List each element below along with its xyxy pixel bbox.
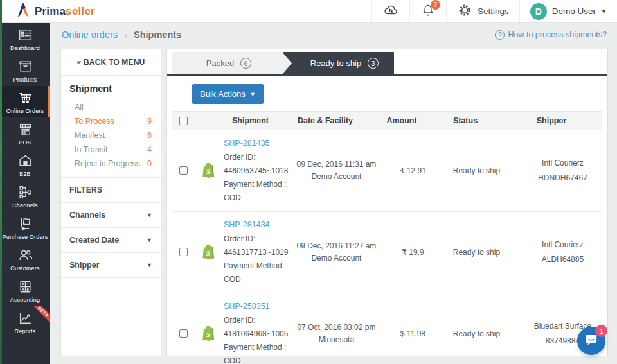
chevron-down-icon: ▼ bbox=[250, 91, 256, 98]
shipment-link[interactable]: SHP-281435 bbox=[224, 139, 270, 148]
col-status: Status bbox=[430, 116, 501, 125]
page-title: Shipments bbox=[134, 30, 181, 40]
filter-group-shipper[interactable]: Shipper ▼ bbox=[61, 253, 161, 278]
bulk-actions-button[interactable]: Bulk Actions ▼ bbox=[192, 84, 264, 104]
table-row: S SHP-258351 Order ID: 4181064968~1005 P… bbox=[172, 293, 602, 364]
status-text: Ready to ship bbox=[441, 329, 512, 338]
select-all-checkbox[interactable] bbox=[179, 117, 188, 125]
calculator-icon bbox=[17, 279, 33, 295]
tab-ready-to-ship[interactable]: Ready to ship 3 bbox=[283, 52, 394, 74]
shipper-tracking-code: HDNDH67467 bbox=[512, 171, 613, 186]
filter-group-channels[interactable]: Channels ▼ bbox=[61, 203, 161, 228]
sidebar-item-accounting[interactable]: Accounting bbox=[0, 275, 50, 306]
user-menu[interactable]: D Demo User ▼ bbox=[519, 0, 617, 22]
amount-value: ₹ 12.91 bbox=[384, 166, 441, 175]
sidebar-item-channels[interactable]: Channels bbox=[0, 180, 50, 212]
cloud-sync-icon bbox=[382, 3, 399, 20]
row-checkbox[interactable] bbox=[179, 248, 188, 256]
logo-text-seller: seller bbox=[66, 5, 95, 17]
breadcrumb-bar: Online orders › Shipments ? How to proce… bbox=[50, 23, 617, 46]
customers-people-icon bbox=[17, 247, 33, 263]
table-row: S SHP-281435 Order ID: 4460953745~1018 P… bbox=[172, 130, 602, 212]
order-id: Order ID: 4461317713~1019 bbox=[224, 232, 288, 259]
chevron-down-icon: ▼ bbox=[147, 262, 152, 268]
tab-packed[interactable]: Packed 6 bbox=[172, 52, 292, 74]
topbar: Primaseller 7 bbox=[0, 0, 617, 23]
table-body: S SHP-281435 Order ID: 4460953745~1018 P… bbox=[172, 130, 602, 364]
shopping-cart-icon bbox=[17, 90, 33, 106]
shipment-view-to-process[interactable]: To Process 9 bbox=[69, 114, 152, 128]
settings-button[interactable]: Settings bbox=[446, 0, 519, 22]
svg-text:S: S bbox=[206, 331, 210, 338]
question-circle-icon: ? bbox=[495, 30, 505, 40]
amount-value: ₹ 19.9 bbox=[384, 248, 441, 257]
svg-text:S: S bbox=[206, 168, 210, 175]
sidebar-item-dashboard[interactable]: Dashboard bbox=[0, 23, 50, 55]
filter-panel: « BACK TO MENU Shipment All To Process 9… bbox=[60, 49, 161, 356]
storefront-icon bbox=[17, 121, 33, 137]
filters-heading: FILTERS bbox=[61, 178, 161, 203]
breadcrumb-online-orders[interactable]: Online orders bbox=[62, 30, 118, 40]
chat-launcher-button[interactable]: 1 bbox=[577, 327, 605, 355]
sidebar-item-online-orders[interactable]: Online Orders bbox=[0, 86, 50, 117]
primaseller-logo[interactable]: Primaseller bbox=[15, 2, 95, 21]
bell-icon: 7 bbox=[420, 3, 436, 20]
sidebar-item-pos[interactable]: POS bbox=[0, 117, 50, 149]
products-box-icon bbox=[17, 58, 33, 74]
shipment-link[interactable]: SHP-258351 bbox=[224, 302, 270, 311]
breadcrumb: Online orders › Shipments bbox=[62, 30, 181, 40]
ready-count-badge: 3 bbox=[368, 58, 379, 69]
col-amount: Amount bbox=[373, 116, 430, 125]
shipment-view-manifest[interactable]: Manifest 6 bbox=[69, 128, 152, 143]
sidebar-item-b2b[interactable]: B2B bbox=[0, 149, 50, 180]
shopify-channel-icon: S bbox=[194, 162, 224, 179]
order-id: Order ID: 4181064968~1005 bbox=[224, 314, 288, 341]
shipment-date: 07 Oct, 2016 03:02 pm bbox=[288, 322, 384, 334]
sidebar-item-purchase-orders[interactable]: Purchase Orders bbox=[0, 212, 50, 243]
table-header: Shipment Date & Facility Amount Status S… bbox=[172, 111, 602, 130]
sidebar-item-customers[interactable]: Customers bbox=[0, 243, 50, 275]
shipment-view-reject-in-progress[interactable]: Reject in Progress 0 bbox=[69, 157, 152, 171]
packed-count-badge: 6 bbox=[240, 58, 251, 69]
sidebar-item-reports[interactable]: BETA Reports bbox=[0, 306, 50, 338]
shipment-tabs: Packed 6 Ready to ship 3 bbox=[167, 49, 607, 76]
shipments-panel: Packed 6 Ready to ship 3 Bulk Actions ▼ bbox=[166, 49, 608, 356]
shipments-table: Shipment Date & Facility Amount Status S… bbox=[172, 111, 602, 364]
hand-truck-icon bbox=[17, 216, 33, 232]
shopify-channel-icon: S bbox=[194, 243, 224, 261]
user-name: Demo User bbox=[552, 6, 596, 16]
settings-label: Settings bbox=[478, 6, 509, 16]
shopify-channel-icon: S bbox=[194, 325, 224, 342]
filter-group-created-date[interactable]: Created Date ▼ bbox=[61, 228, 161, 253]
help-link[interactable]: ? How to process shipments? bbox=[495, 30, 607, 40]
svg-text:S: S bbox=[206, 249, 210, 257]
topbar-actions: 7 Settings D Demo User ▼ bbox=[371, 0, 617, 22]
payment-method: Payment Method : COD bbox=[224, 178, 288, 205]
order-id: Order ID: 4460953745~1018 bbox=[224, 151, 288, 178]
shipment-section-title: Shipment bbox=[69, 83, 152, 94]
row-checkbox[interactable] bbox=[179, 329, 188, 338]
table-row: S SHP-281434 Order ID: 4461317713~1019 P… bbox=[172, 212, 602, 293]
col-shipment: Shipment bbox=[224, 116, 277, 125]
shipment-link[interactable]: SHP-281434 bbox=[224, 220, 270, 229]
sync-button[interactable] bbox=[371, 0, 409, 22]
row-checkbox[interactable] bbox=[179, 166, 188, 175]
col-date-facility: Date & Facility bbox=[277, 116, 373, 125]
shipper-name: Intl Courierz bbox=[512, 156, 613, 171]
notifications-button[interactable]: 7 bbox=[409, 0, 446, 22]
shipment-view-in-transit[interactable]: In Transit 4 bbox=[69, 143, 152, 157]
status-text: Ready to ship bbox=[441, 166, 512, 175]
dashboard-icon bbox=[17, 27, 33, 43]
gear-icon bbox=[457, 3, 472, 20]
shipment-date: 09 Dec, 2016 11:27 am bbox=[288, 240, 384, 252]
shipment-date: 09 Dec, 2016 11:31 am bbox=[288, 159, 384, 171]
notification-count-badge: 7 bbox=[431, 0, 440, 10]
shipment-view-all[interactable]: All bbox=[69, 100, 152, 114]
shipper-name: Intl Courierz bbox=[512, 238, 613, 252]
chevron-down-icon: ▼ bbox=[147, 237, 152, 243]
sidebar-item-products[interactable]: Products bbox=[0, 55, 50, 86]
chevron-down-icon: ▼ bbox=[147, 212, 152, 218]
logo-text-prima: Prima bbox=[35, 5, 66, 17]
back-to-menu-button[interactable]: « BACK TO MENU bbox=[61, 49, 161, 76]
payment-method: Payment Method : COD bbox=[224, 259, 288, 286]
